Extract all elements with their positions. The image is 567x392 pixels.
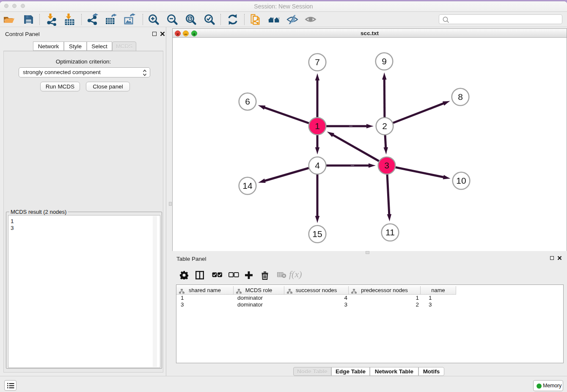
svg-text:9: 9 — [382, 56, 387, 66]
svg-text:8: 8 — [458, 92, 463, 102]
svg-text:4: 4 — [315, 160, 320, 170]
svg-text:14: 14 — [242, 181, 253, 190]
svg-text:7: 7 — [315, 57, 320, 67]
svg-text:2: 2 — [382, 121, 387, 131]
svg-text:3: 3 — [384, 160, 389, 170]
svg-text:6: 6 — [245, 97, 250, 106]
svg-text:15: 15 — [312, 229, 322, 239]
svg-text:1: 1 — [315, 121, 320, 131]
svg-text:11: 11 — [385, 227, 395, 237]
svg-text:10: 10 — [456, 176, 466, 185]
